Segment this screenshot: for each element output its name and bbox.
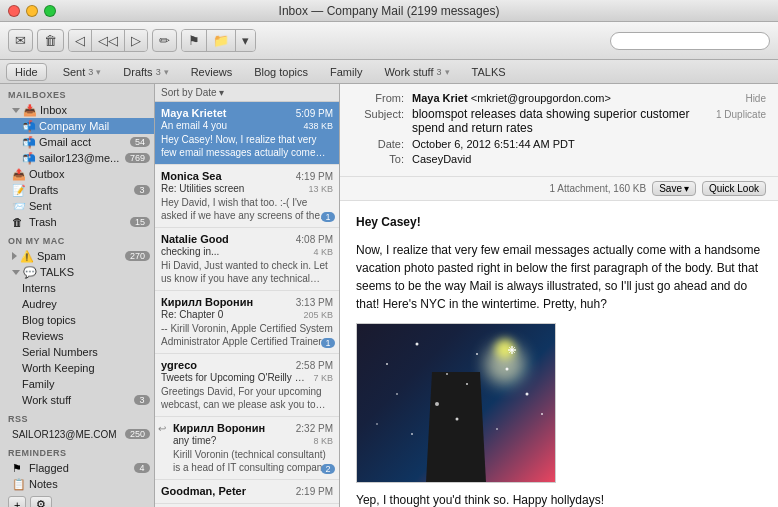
tabs-bar: Hide Sent 3 ▾ Drafts 3 ▾ Reviews Blog to…: [0, 60, 778, 84]
message-item[interactable]: Goodman, Peter 2:19 PM: [155, 480, 339, 504]
svg-point-0: [386, 363, 388, 365]
flag-icon: ⚑: [12, 462, 26, 475]
minimize-button[interactable]: [26, 5, 38, 17]
svg-point-8: [526, 393, 529, 396]
sidebar-item-worth[interactable]: Worth Keeping: [0, 360, 154, 376]
sidebar-item-sailor-me[interactable]: SAILOR123@ME.COM 250: [0, 426, 154, 442]
sidebar-item-company-mail[interactable]: 📬 Company Mail: [0, 118, 154, 134]
mark-button[interactable]: ⚑: [182, 30, 207, 51]
sidebar-item-talks[interactable]: 💬 TALKS: [0, 264, 154, 280]
reading-pane: From: Maya Kriet <mkriet@groupgordon.com…: [340, 84, 778, 507]
sidebar-item-interns[interactable]: Interns: [0, 280, 154, 296]
svg-point-3: [476, 353, 478, 355]
sidebar-item-inbox[interactable]: 📥 Inbox: [0, 102, 154, 118]
close-button[interactable]: [8, 5, 20, 17]
tab-drafts[interactable]: Drafts 3 ▾: [113, 64, 178, 80]
sidebar-item-serial[interactable]: Serial Numbers: [0, 344, 154, 360]
tab-talks[interactable]: TALKS: [462, 64, 516, 80]
message-item[interactable]: Кирилл Воронин 3:13 PM Re: Chapter 0 205…: [155, 291, 339, 354]
sidebar-item-notes[interactable]: 📋 Notes: [0, 476, 154, 492]
inbox-icon: 📥: [23, 104, 37, 117]
triangle-icon: [12, 270, 20, 275]
svg-point-10: [411, 433, 413, 435]
main-layout: MAILBOXES 📥 Inbox 📬 Company Mail 📬 Gmail…: [0, 84, 778, 507]
message-item[interactable]: Maya Krietet 5:09 PM An email 4 you 438 …: [155, 102, 339, 165]
add-mailbox-button[interactable]: +: [8, 496, 26, 507]
sidebar-item-family[interactable]: Family: [0, 376, 154, 392]
sidebar-item-reviews[interactable]: Reviews: [0, 328, 154, 344]
save-button[interactable]: Save ▾: [652, 181, 696, 196]
search-input[interactable]: [610, 32, 770, 50]
sidebar-item-outbox[interactable]: 📤 Outbox: [0, 166, 154, 182]
mailboxes-header: MAILBOXES: [0, 84, 154, 102]
message-item[interactable]: Natalie Good 4:08 PM checking in... 4 KB…: [155, 228, 339, 291]
tab-blog[interactable]: Blog topics: [244, 64, 318, 80]
reply-button[interactable]: ◁: [69, 30, 92, 51]
svg-point-13: [541, 413, 543, 415]
sailor-icon: 📬: [22, 152, 36, 165]
snow-svg: [357, 324, 555, 482]
svg-point-11: [456, 418, 459, 421]
settings-button[interactable]: ⚙: [30, 496, 52, 507]
svg-point-6: [435, 402, 439, 406]
toolbar: ✉ 🗑 ◁ ◁◁ ▷ ✏ ⚑ 📁 ▾: [0, 22, 778, 60]
tab-sent[interactable]: Sent 3 ▾: [53, 64, 112, 80]
sidebar-item-spam[interactable]: ⚠️ Spam 270: [0, 248, 154, 264]
spam-icon: ⚠️: [20, 250, 34, 263]
action-buttons: ⚑ 📁 ▾: [181, 29, 256, 52]
message-item[interactable]: Monica Sea 4:19 PM Re: Utilities screen …: [155, 165, 339, 228]
on-my-mac-header: ON MY MAC: [0, 230, 154, 248]
move-button[interactable]: 📁: [207, 30, 236, 51]
reply-all-button[interactable]: ◁◁: [92, 30, 125, 51]
reply-arrow-icon: ↩: [158, 423, 166, 434]
sidebar-item-blog[interactable]: Blog topics: [0, 312, 154, 328]
svg-point-1: [416, 343, 419, 346]
sidebar-item-gmail[interactable]: 📬 Gmail acct 54: [0, 134, 154, 150]
more-button[interactable]: ▾: [236, 30, 255, 51]
delete-button[interactable]: 🗑: [37, 29, 64, 52]
hide-link[interactable]: Hide: [745, 93, 766, 104]
email-photo: [356, 323, 556, 483]
notes-icon: 📋: [12, 478, 26, 491]
compose-button[interactable]: ✏: [152, 29, 177, 52]
window-controls: [8, 5, 56, 17]
sidebar-item-flagged[interactable]: ⚑ Flagged 4: [0, 460, 154, 476]
svg-point-2: [446, 373, 448, 375]
sidebar-item-drafts[interactable]: 📝 Drafts 3: [0, 182, 154, 198]
sidebar: MAILBOXES 📥 Inbox 📬 Company Mail 📬 Gmail…: [0, 84, 155, 507]
titlebar: Inbox — Company Mail (2199 messages): [0, 0, 778, 22]
gmail-icon: 📬: [22, 136, 36, 149]
svg-point-12: [496, 428, 498, 430]
hide-button[interactable]: Hide: [6, 63, 47, 81]
message-list: Sort by Date ▾ Maya Krietet 5:09 PM An e…: [155, 84, 340, 507]
rss-header: RSS: [0, 408, 154, 426]
nav-buttons: ◁ ◁◁ ▷: [68, 29, 148, 52]
drafts-icon: 📝: [12, 184, 26, 197]
attachment-bar: 1 Attachment, 160 KB Save ▾ Quick Look: [340, 177, 778, 201]
sort-bar[interactable]: Sort by Date ▾: [155, 84, 339, 102]
outbox-icon: 📤: [12, 168, 26, 181]
triangle-icon: [12, 252, 17, 260]
svg-point-7: [466, 383, 468, 385]
message-item[interactable]: ↩ Кирилл Воронин 2:32 PM any time? 8 KB …: [155, 417, 339, 480]
get-mail-button[interactable]: ✉: [8, 29, 33, 52]
svg-point-5: [396, 393, 398, 395]
sidebar-item-sailor[interactable]: 📬 sailor123@me... 769: [0, 150, 154, 166]
email-body: Hey Casey! Now, I realize that very few …: [340, 201, 778, 507]
sent-icon: 📨: [12, 200, 26, 213]
attachment-info: 1 Attachment, 160 KB: [549, 183, 646, 194]
quick-look-button[interactable]: Quick Look: [702, 181, 766, 196]
sidebar-item-sent[interactable]: 📨 Sent: [0, 198, 154, 214]
duplicate-link[interactable]: 1 Duplicate: [716, 109, 766, 120]
forward-button[interactable]: ▷: [125, 30, 147, 51]
sidebar-item-work[interactable]: Work stuff 3: [0, 392, 154, 408]
tab-work[interactable]: Work stuff 3 ▾: [374, 64, 459, 80]
message-item[interactable]: ygreco 2:58 PM Tweets for Upcoming O'Rei…: [155, 354, 339, 417]
sidebar-item-trash[interactable]: 🗑 Trash 15: [0, 214, 154, 230]
sidebar-item-audrey[interactable]: Audrey: [0, 296, 154, 312]
tab-reviews[interactable]: Reviews: [181, 64, 243, 80]
tab-family[interactable]: Family: [320, 64, 372, 80]
mailbox-icon: 📬: [22, 120, 36, 133]
svg-point-4: [506, 368, 509, 371]
maximize-button[interactable]: [44, 5, 56, 17]
